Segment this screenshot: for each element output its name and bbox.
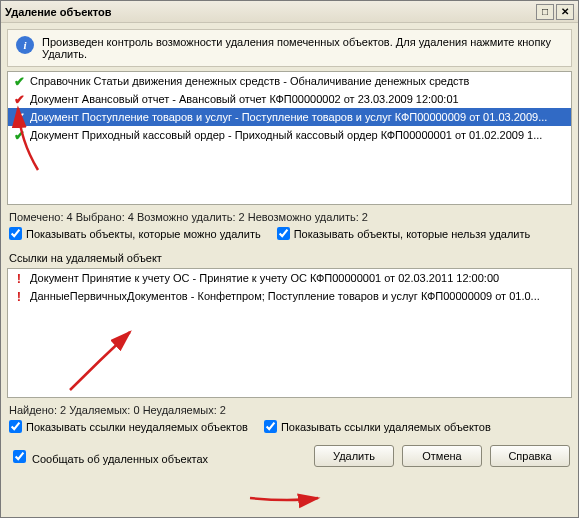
list-item[interactable]: ! ДанныеПервичныхДокументов - Конфетпром… [8, 287, 571, 305]
checkbox[interactable] [9, 420, 22, 433]
list-item[interactable]: ✔ Документ Авансовый отчет - Авансовый о… [8, 90, 571, 108]
cancel-button[interactable]: Отмена [402, 445, 482, 467]
list-item[interactable]: ✔ Документ Поступление товаров и услуг -… [8, 108, 571, 126]
cb-label: Показывать ссылки неудаляемых объектов [26, 421, 248, 433]
maximize-icon[interactable]: □ [536, 4, 554, 20]
summary-marked: Помечено: 4 Выбрано: 4 Возможно удалить:… [1, 207, 578, 225]
checkbox[interactable] [264, 420, 277, 433]
list-item[interactable]: ! Документ Принятие к учету ОС - Приняти… [8, 269, 571, 287]
cb-report-deleted[interactable]: Сообщать об удаленных объектах [9, 447, 208, 466]
summary-found: Найдено: 2 Удаляемых: 0 Неудаляемых: 2 [1, 400, 578, 418]
objects-list[interactable]: ✔ Справочник Статьи движения денежных ср… [7, 71, 572, 205]
list-item[interactable]: ✔ Справочник Статьи движения денежных ср… [8, 72, 571, 90]
cb-label: Показывать объекты, которые можно удалит… [26, 228, 261, 240]
check-bad-icon: ✔ [12, 110, 26, 125]
list-item-text: ДанныеПервичныхДокументов - Конфетпром; … [30, 290, 540, 302]
titlebar: Удаление объектов □ ✕ [1, 1, 578, 23]
list-item-text: Справочник Статьи движения денежных сред… [30, 75, 469, 87]
info-text: Произведен контроль возможности удаления… [42, 36, 563, 60]
list-item-text: Документ Приходный кассовый ордер - Прих… [30, 129, 542, 141]
checkbox[interactable] [9, 227, 22, 240]
check-bad-icon: ✔ [12, 92, 26, 107]
check-ok-icon: ✔ [12, 128, 26, 143]
help-button[interactable]: Справка [490, 445, 570, 467]
exclamation-icon: ! [12, 289, 26, 304]
filter-row-2: Показывать ссылки неудаляемых объектов П… [1, 418, 578, 439]
checkbox[interactable] [13, 450, 26, 463]
checkbox[interactable] [277, 227, 290, 240]
refs-list[interactable]: ! Документ Принятие к учету ОС - Приняти… [7, 268, 572, 398]
delete-button[interactable]: Удалить [314, 445, 394, 467]
info-icon: i [16, 36, 34, 54]
close-icon[interactable]: ✕ [556, 4, 574, 20]
exclamation-icon: ! [12, 271, 26, 286]
cb-label: Сообщать об удаленных объектах [32, 453, 208, 465]
window-title: Удаление объектов [5, 6, 112, 18]
info-panel: i Произведен контроль возможности удален… [7, 29, 572, 67]
filter-row-1: Показывать объекты, которые можно удалит… [1, 225, 578, 246]
list-item-text: Документ Авансовый отчет - Авансовый отч… [30, 93, 459, 105]
footer: Сообщать об удаленных объектах Удалить О… [1, 439, 578, 473]
cb-show-nondel-refs[interactable]: Показывать ссылки неудаляемых объектов [9, 420, 248, 433]
list-item-text: Документ Поступление товаров и услуг - П… [30, 111, 547, 123]
cb-show-nondeletable[interactable]: Показывать объекты, которые нельзя удали… [277, 227, 531, 240]
check-ok-icon: ✔ [12, 74, 26, 89]
cb-show-deletable[interactable]: Показывать объекты, которые можно удалит… [9, 227, 261, 240]
cb-show-del-refs[interactable]: Показывать ссылки удаляемых объектов [264, 420, 491, 433]
refs-title: Ссылки на удаляемый объект [1, 246, 578, 266]
list-item[interactable]: ✔ Документ Приходный кассовый ордер - Пр… [8, 126, 571, 144]
cb-label: Показывать объекты, которые нельзя удали… [294, 228, 531, 240]
cb-label: Показывать ссылки удаляемых объектов [281, 421, 491, 433]
list-item-text: Документ Принятие к учету ОС - Принятие … [30, 272, 499, 284]
